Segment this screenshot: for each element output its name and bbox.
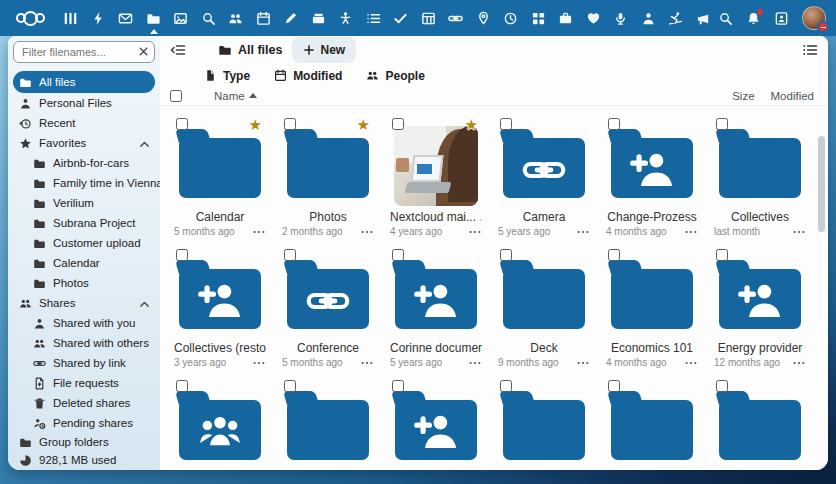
file-tile[interactable]: Collectives (restor...3 years ago (168, 243, 272, 370)
sidebar-item-verilium[interactable]: Verilium (27, 193, 155, 213)
file-checkbox[interactable] (284, 118, 296, 130)
bookmarks-app-icon[interactable] (448, 11, 463, 26)
forms-app-icon[interactable] (338, 11, 353, 26)
more-actions-icon[interactable] (792, 356, 806, 370)
file-checkbox[interactable] (716, 118, 728, 130)
file-checkbox[interactable] (392, 380, 404, 392)
file-tile[interactable]: ★Nextcloud mai... .jpg4 years ago (384, 112, 488, 239)
more-actions-icon[interactable] (792, 225, 806, 239)
filter-filenames-input[interactable] (13, 41, 155, 63)
select-all-checkbox[interactable] (170, 90, 182, 102)
filter-chip-type[interactable]: Type (204, 69, 250, 83)
sidebar-item-shared-with-others[interactable]: Shared with others (27, 333, 155, 353)
file-checkbox[interactable] (500, 380, 512, 392)
file-tile[interactable]: ★Calendar5 months ago (168, 112, 272, 239)
sidebar-item-shares[interactable]: Shares (13, 293, 155, 313)
sidebar-item-shared-by-link[interactable]: Shared by link (27, 353, 155, 373)
todos-app-icon[interactable] (393, 11, 408, 26)
sidebar-item-group-folders[interactable]: Group folders (13, 433, 155, 451)
file-checkbox[interactable] (716, 380, 728, 392)
file-checkbox[interactable] (284, 380, 296, 392)
more-actions-icon[interactable] (252, 356, 266, 370)
activity-app-icon[interactable] (91, 11, 106, 26)
deck-app-icon[interactable] (311, 11, 326, 26)
sidebar-item-928-1-mb-used[interactable]: 928,1 MB used (13, 451, 155, 469)
mail-app-icon[interactable] (118, 11, 133, 26)
nextcloud-logo[interactable] (16, 11, 45, 26)
breadcrumb[interactable]: All files (218, 43, 282, 57)
sidebar-item-all-files[interactable]: All files (13, 71, 155, 93)
file-tile[interactable]: Corinne documents5 years ago (384, 243, 488, 370)
scrollbar-thumb[interactable] (818, 136, 825, 232)
calendar-app-icon[interactable] (256, 11, 271, 26)
sidebar-item-recent[interactable]: Recent (13, 113, 155, 133)
search-app-app-icon[interactable] (201, 11, 216, 26)
file-tile[interactable] (600, 374, 704, 470)
sidebar-item-deleted-shares[interactable]: Deleted shares (27, 393, 155, 413)
sidebar-item-airbnb-for-cars[interactable]: Airbnb-for-cars (27, 153, 155, 173)
more-actions-icon[interactable] (576, 225, 590, 239)
apps-grid-app-icon[interactable] (531, 11, 546, 26)
sidebar-item-shared-with-you[interactable]: Shared with you (27, 313, 155, 333)
file-checkbox[interactable] (392, 249, 404, 261)
photos-app-icon[interactable] (173, 11, 188, 26)
sport-app-icon[interactable] (668, 11, 683, 26)
announcements-app-icon[interactable] (696, 11, 711, 26)
file-tile[interactable]: Collectiveslast month (708, 112, 812, 239)
tables-app-icon[interactable] (421, 11, 436, 26)
file-checkbox[interactable] (176, 380, 188, 392)
sidebar-item-favorites[interactable]: Favorites (13, 133, 155, 153)
file-checkbox[interactable] (284, 249, 296, 261)
name-column-header[interactable]: Name (214, 90, 257, 102)
file-tile[interactable] (492, 374, 596, 470)
list-view-toggle-icon[interactable] (802, 42, 818, 58)
navigation-toggle-icon[interactable] (170, 42, 186, 58)
favorite-star-icon[interactable]: ★ (357, 116, 370, 134)
file-checkbox[interactable] (500, 249, 512, 261)
more-actions-icon[interactable] (360, 225, 374, 239)
file-tile[interactable] (276, 374, 380, 470)
more-actions-icon[interactable] (684, 356, 698, 370)
file-checkbox[interactable] (608, 249, 620, 261)
talk-app-icon[interactable] (613, 11, 628, 26)
organization-app-icon[interactable] (558, 11, 573, 26)
more-actions-icon[interactable] (468, 225, 482, 239)
user-app-icon[interactable] (641, 11, 656, 26)
file-checkbox[interactable] (500, 118, 512, 130)
file-tile[interactable]: ★Photos2 months ago (276, 112, 380, 239)
contacts-menu-icon[interactable] (774, 11, 789, 26)
file-tile[interactable] (168, 374, 272, 470)
sidebar-item-subrana-project[interactable]: Subrana Project (27, 213, 155, 233)
sidebar-item-personal-files[interactable]: Personal Files (13, 93, 155, 113)
sidebar-item-pending-shares[interactable]: Pending shares (27, 413, 155, 433)
file-tile[interactable]: Deck9 months ago (492, 243, 596, 370)
more-actions-icon[interactable] (684, 225, 698, 239)
notes-app-icon[interactable] (283, 11, 298, 26)
file-tile[interactable]: Camera5 years ago (492, 112, 596, 239)
notifications-bell-icon[interactable] (746, 11, 761, 26)
filter-chip-modified[interactable]: Modified (274, 69, 342, 83)
time-app-icon[interactable] (503, 11, 518, 26)
filter-chip-people[interactable]: People (366, 69, 424, 83)
tasks-app-icon[interactable] (366, 11, 381, 26)
health-app-icon[interactable] (586, 11, 601, 26)
sidebar-item-photos[interactable]: Photos (27, 273, 155, 293)
more-actions-icon[interactable] (360, 356, 374, 370)
favorite-star-icon[interactable]: ★ (249, 116, 262, 134)
file-tile[interactable]: Change-Prozess4 months ago (600, 112, 704, 239)
file-tile[interactable]: Economics 1014 months ago (600, 243, 704, 370)
file-checkbox[interactable] (716, 249, 728, 261)
file-checkbox[interactable] (176, 118, 188, 130)
favorite-star-icon[interactable]: ★ (465, 116, 478, 134)
file-checkbox[interactable] (176, 249, 188, 261)
chevron-up-icon[interactable] (138, 298, 149, 309)
file-tile[interactable]: Conference5 months ago (276, 243, 380, 370)
file-checkbox[interactable] (392, 118, 404, 130)
sidebar-item-file-requests[interactable]: File requests (27, 373, 155, 393)
sidebar-item-family-time-in-vienna[interactable]: Family time in Vienna (27, 173, 155, 193)
more-actions-icon[interactable] (468, 356, 482, 370)
file-tile[interactable] (384, 374, 488, 470)
file-tile[interactable] (708, 374, 812, 470)
sidebar-item-calendar[interactable]: Calendar (27, 253, 155, 273)
new-button[interactable]: New (292, 37, 356, 63)
